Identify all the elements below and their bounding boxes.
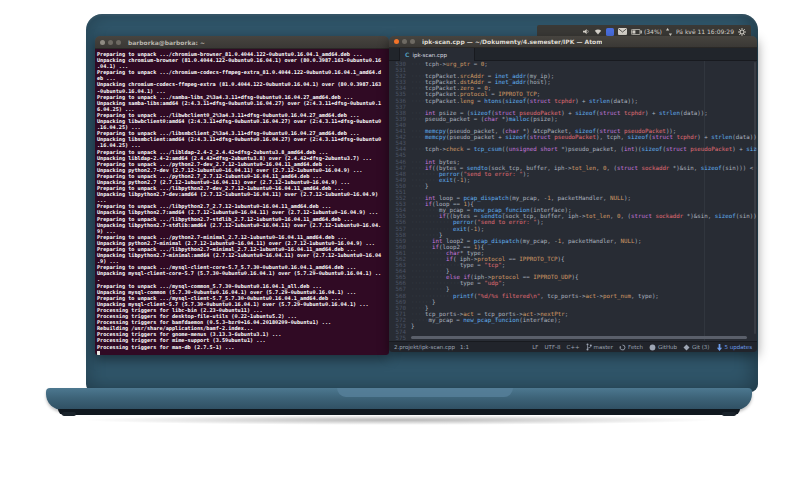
horizontal-scrollbar[interactable] [411,336,747,339]
volume-icon[interactable] [583,28,590,35]
keyboard-icon[interactable] [606,28,614,36]
maximize-button[interactable] [410,39,415,44]
tab-ipk-scan[interactable]: C ipk-scan.cpp [399,48,475,61]
mail-icon[interactable] [618,28,627,35]
wifi-icon[interactable] [594,28,602,35]
laptop-foot-left [62,412,76,416]
status-item-utf-8[interactable]: UTF-8 [545,344,561,350]
terminal-line: Unpacking chromium-codecs-ffmpeg-extra (… [97,81,389,87]
terminal-line: Unpacking mysql-common (5.7.30-0ubuntu0.… [97,289,389,295]
code-line: 544····tcph->check = tcp_csum((unsigned … [389,146,757,152]
tab-label: ipk-scan.cpp [412,52,447,58]
editor-window: ipk-scan.cpp — ~/Dokumenty/4.semester/IP… [389,36,757,352]
terminal-line: Unpacking chromium-browser (81.0.4044.12… [97,57,389,63]
status-item-c-[interactable]: C++ [567,344,580,350]
terminal-line: Unpacking python2.7-dev (2.7.12-1ubuntu0… [97,167,389,173]
terminal-cursor [97,351,100,355]
terminal-titlebar[interactable]: barborka@barborka: ~ [95,36,389,49]
status-item-5-updates[interactable]: 5 updates [716,344,753,351]
code-editor[interactable]: 530····tcph->urg_ptr = 0;531532····tcpPa… [389,61,757,341]
status-item-lf[interactable]: LF [532,344,538,350]
laptop-foot-right [722,412,736,416]
terminal-line: Unpacking libpython2.7:amd64 (2.7.12-1ub… [97,209,389,215]
wrap-guide [704,61,705,341]
terminal-line: Preparing to unpack .../libpython2.7-std… [97,216,389,222]
editor-titlebar[interactable]: ipk-scan.cpp — ~/Dokumenty/4.semester/IP… [389,36,757,48]
status-file-path[interactable]: 2.projekt/ipk-scan.cpp [394,344,455,350]
terminal-line: Unpacking libsmbclient:amd64 (2:4.3.11+d… [97,136,389,142]
laptop-lid-notch [337,388,513,397]
terminal-line: Unpacking samba-libs:amd64 (2:4.3.11+dfs… [97,100,389,106]
tab-bar: C ipk-scan.cpp [389,48,757,61]
battery-icon[interactable]: (34%) [631,28,662,35]
terminal-line: Unpacking libpython2.7-dev:amd64 (2.7.12… [97,191,389,197]
terminal-line: Unpacking libpython2.7-minimal:amd64 (2.… [97,252,389,258]
terminal-line: Unpacking libldap-2.4-2:amd64 (2.4.42+df… [97,155,389,161]
terminal-line: Unpacking libpython2.7-stdlib:amd64 (2.7… [97,222,389,228]
laptop-shadow [80,415,718,425]
terminal-window: barborka@barborka: ~ Preparing to unpack… [95,36,389,355]
editor-window-title: ipk-scan.cpp — ~/Dokumenty/4.semester/IP… [422,38,602,45]
terminal-line: Preparing to unpack .../python2.7-minima… [97,234,389,240]
cpp-file-icon: C [405,52,409,58]
gear-icon[interactable] [738,28,746,36]
laptop-base-rubber [58,409,740,415]
vertical-scrollbar[interactable] [754,62,756,334]
laptop-mockup: (34%)Pá kvě 11 16:09:29 barborka@barbork… [0,0,800,477]
status-item-master[interactable]: master [586,343,613,351]
close-button[interactable] [394,39,399,44]
status-item-git-3-[interactable]: Git (3) [683,344,710,351]
sync-arrows-icon[interactable] [666,28,672,36]
minimize-button[interactable] [108,40,113,45]
terminal-line: Preparing to unpack .../samba-libs_2%3a4… [97,94,389,100]
status-bar: 2.projekt/ipk-scan.cpp 1:1 LFUTF-8C++mas… [389,341,757,352]
terminal-line: Unpacking libwbclient0:amd64 (2:4.3.11+d… [97,118,389,124]
code-line: 542····memcpy(pseudo_packet + sizeof(str… [389,134,757,140]
minimize-button[interactable] [402,39,407,44]
terminal-title: barborka@barborka: ~ [128,39,205,46]
terminal-line: Preparing to unpack .../chromium-codecs-… [97,69,389,75]
status-item-fetch[interactable]: Fetch [619,344,643,351]
maximize-button[interactable] [116,40,121,45]
close-button[interactable] [100,40,105,45]
status-item-github[interactable]: GitHub [649,344,677,351]
status-cursor-position[interactable]: 1:1 [460,344,469,350]
terminal-output[interactable]: Preparing to unpack .../chromium-browser… [95,49,389,355]
terminal-line: Unpacking mysql-client-core-5.7 (5.7.30-… [97,270,389,276]
terminal-line: Processing triggers for man-db (2.7.5-1)… [97,344,389,350]
clock[interactable]: Pá kvě 11 16:09:29 [676,28,734,35]
